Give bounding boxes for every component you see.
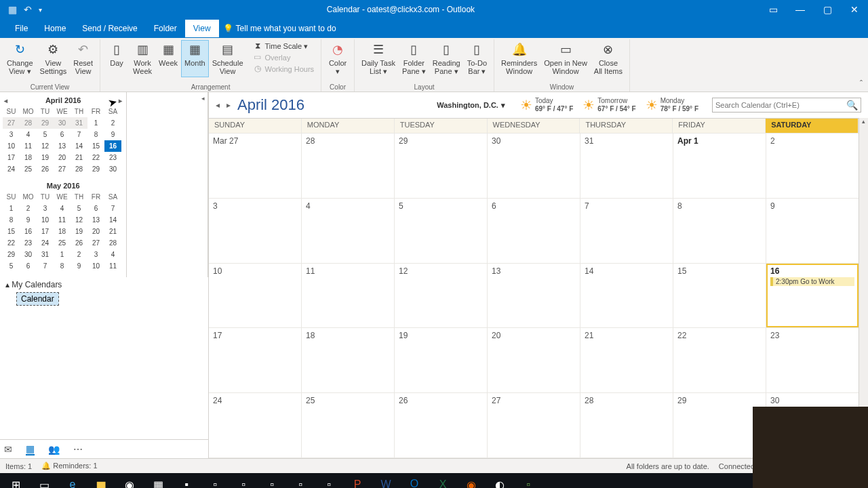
schedule-view-button[interactable]: ▤Schedule View: [210, 41, 246, 77]
day-cell[interactable]: Apr 1: [673, 134, 766, 198]
reading-pane-button[interactable]: ▯Reading Pane ▾: [430, 41, 463, 77]
excel-icon[interactable]: ▫: [231, 474, 256, 488]
mail-icon[interactable]: ✉: [4, 444, 12, 455]
mini-day[interactable]: 24: [3, 163, 20, 175]
mini-day[interactable]: 15: [87, 140, 104, 152]
mini-day[interactable]: 2: [20, 203, 37, 214]
prev-month-button[interactable]: ◂: [216, 100, 220, 110]
people-icon[interactable]: 👥: [48, 444, 60, 455]
day-cell[interactable]: 31: [580, 134, 673, 198]
mini-day[interactable]: 3: [3, 129, 20, 140]
outlook-icon[interactable]: O: [401, 474, 427, 488]
mini-day[interactable]: 28: [71, 163, 87, 175]
ribbon-options-icon[interactable]: ▭: [760, 4, 787, 15]
file-explorer-icon[interactable]: ▆: [88, 474, 114, 488]
day-cell[interactable]: 7: [580, 199, 673, 263]
mini-day[interactable]: 8: [54, 260, 71, 272]
mini-day[interactable]: 17: [37, 226, 54, 237]
mini-day[interactable]: 6: [87, 203, 104, 214]
tell-me[interactable]: 💡 Tell me what you want to do: [219, 24, 868, 33]
task-view-icon[interactable]: ▭: [31, 474, 57, 488]
tab-send-receive[interactable]: Send / Receive: [74, 20, 145, 37]
color-button[interactable]: ◔Color ▾: [326, 41, 350, 77]
day-cell[interactable]: 4: [302, 199, 395, 263]
mini-day[interactable]: 28: [20, 117, 37, 129]
calculator-icon[interactable]: ▦: [145, 474, 171, 488]
app-icon-3[interactable]: ▫: [316, 474, 342, 488]
day-cell[interactable]: 10: [209, 264, 302, 328]
mini-day[interactable]: 30: [104, 163, 121, 175]
day-cell[interactable]: 24: [209, 393, 302, 458]
mini-day[interactable]: 16: [20, 226, 37, 237]
day-cell[interactable]: 25: [302, 393, 395, 458]
mini-day[interactable]: 23: [20, 237, 37, 249]
reset-view-button[interactable]: ↶Reset View: [71, 41, 96, 77]
day-cell[interactable]: 21: [580, 328, 673, 392]
chrome-icon[interactable]: ◉: [117, 474, 142, 488]
day-cell[interactable]: 22: [673, 328, 766, 392]
excel-app-icon[interactable]: X: [430, 474, 456, 488]
day-cell[interactable]: 19: [395, 328, 488, 392]
mini-day[interactable]: 7: [37, 260, 54, 272]
mini-day[interactable]: 14: [71, 140, 87, 152]
mini-day[interactable]: 20: [54, 152, 71, 163]
collapse-pane-icon[interactable]: ◂: [201, 95, 205, 102]
folder-pane-button[interactable]: ▯Folder Pane ▾: [399, 41, 429, 77]
mini-day[interactable]: 11: [20, 140, 37, 152]
next-month-button[interactable]: ▸: [226, 100, 231, 110]
my-calendars-header[interactable]: ▴ My Calendars: [5, 280, 208, 289]
daily-task-list-button[interactable]: ☰Daily Task List ▾: [359, 41, 398, 77]
day-cell[interactable]: 28: [580, 393, 673, 458]
mini-day[interactable]: 19: [71, 226, 87, 237]
mini-day[interactable]: 1: [87, 117, 104, 129]
collapse-ribbon-icon[interactable]: ˆ: [860, 79, 863, 89]
mini-day[interactable]: 10: [87, 260, 104, 272]
search-box[interactable]: 🔍: [712, 98, 861, 113]
day-cell[interactable]: 17: [209, 328, 302, 392]
reminders-window-button[interactable]: 🔔Reminders Window: [498, 41, 540, 77]
app-icon-2[interactable]: ▫: [288, 474, 313, 488]
close-icon[interactable]: ✕: [841, 4, 868, 15]
day-cell[interactable]: 18: [302, 328, 395, 392]
mini-day[interactable]: 3: [87, 249, 104, 260]
notepad-icon[interactable]: ▫: [202, 474, 228, 488]
mini-day[interactable]: 5: [3, 260, 20, 272]
tab-view[interactable]: View: [185, 20, 219, 37]
mini-day[interactable]: 6: [20, 260, 37, 272]
camtasia-icon[interactable]: ▫: [515, 474, 541, 488]
day-button[interactable]: ▯Day: [104, 41, 129, 77]
cmd-icon[interactable]: ▪: [174, 474, 199, 488]
mini-day[interactable]: 7: [71, 129, 87, 140]
mini-day[interactable]: 4: [104, 249, 121, 260]
mini-day[interactable]: 31: [71, 117, 87, 129]
mini-day[interactable]: 25: [54, 237, 71, 249]
word-icon[interactable]: W: [373, 474, 399, 488]
edge-icon[interactable]: e: [60, 474, 85, 488]
calendar-item[interactable]: Calendar: [16, 292, 59, 306]
mini-day[interactable]: 29: [37, 117, 54, 129]
mini-day[interactable]: 30: [54, 117, 71, 129]
mini-day[interactable]: 8: [3, 214, 20, 226]
day-cell[interactable]: 162:30pm Go to Work: [766, 264, 859, 328]
undo-icon[interactable]: ↶: [24, 4, 32, 15]
overlay-button[interactable]: ▭Overlay: [250, 52, 317, 63]
day-cell[interactable]: 14: [580, 264, 673, 328]
mini-day[interactable]: 22: [87, 152, 104, 163]
calendar-icon[interactable]: ▦: [26, 443, 35, 455]
minimize-icon[interactable]: —: [787, 4, 814, 15]
mini-day[interactable]: 7: [104, 203, 121, 214]
mini-day[interactable]: 26: [37, 163, 54, 175]
mini-day[interactable]: 1: [3, 203, 20, 214]
mini-day[interactable]: 29: [87, 163, 104, 175]
mini-day[interactable]: 2: [104, 117, 121, 129]
mini-next-month-icon[interactable]: ▸: [119, 97, 122, 104]
mini-day[interactable]: 15: [3, 226, 20, 237]
mini-day[interactable]: 6: [54, 129, 71, 140]
day-cell[interactable]: 12: [395, 264, 488, 328]
more-icon[interactable]: ⋯: [73, 444, 83, 455]
mini-day[interactable]: 26: [71, 237, 87, 249]
day-cell[interactable]: 6: [488, 199, 580, 263]
mini-day[interactable]: 30: [20, 249, 37, 260]
day-cell[interactable]: 27: [488, 393, 580, 458]
location-picker[interactable]: Washington, D.C. ▾: [437, 101, 505, 110]
